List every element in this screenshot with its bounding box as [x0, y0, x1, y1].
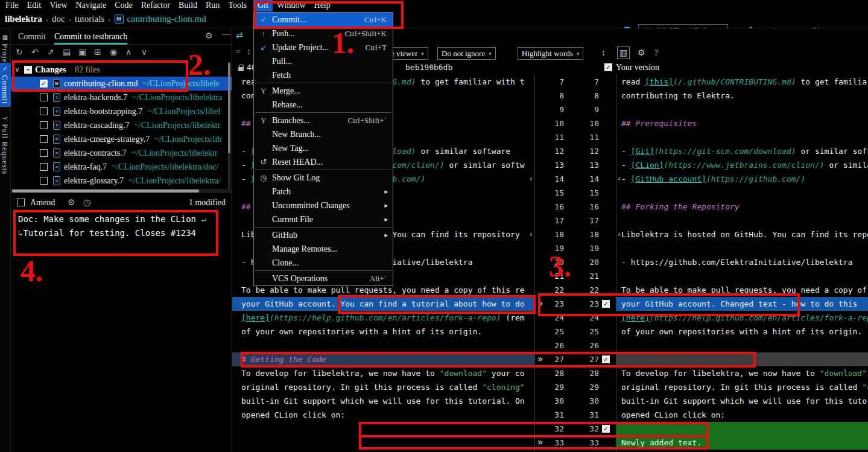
scrollbar-thumb[interactable]: [228, 63, 230, 153]
history-icon[interactable]: ◷: [83, 196, 90, 210]
git-menu-item-uncommitted-changes[interactable]: Uncommitted Changes▸: [254, 199, 393, 212]
right-line-number: 16: [574, 200, 599, 214]
breadcrumb-tutorials[interactable]: tutorials: [75, 14, 104, 24]
changed-file-row[interactable]: ≡elektra-glossary.7~/CLionProjects/libel…: [11, 174, 232, 188]
right-line-number: 15: [574, 186, 599, 200]
fold-icon[interactable]: ∧: [618, 173, 621, 185]
changed-file-row[interactable]: ≡elektra-contracts.7~/CLionProjects/libe…: [11, 146, 232, 160]
amend-checkbox[interactable]: [17, 199, 25, 206]
ignore-policy-dropdown[interactable]: Do not ignore ▾: [437, 47, 496, 60]
git-menu-item-new-branch-[interactable]: New Branch...: [254, 127, 393, 141]
fold-icon[interactable]: ∧: [530, 173, 533, 185]
menu-item-refactor[interactable]: Refactor: [137, 0, 174, 11]
menu-item-label: Reset HEAD...: [272, 158, 323, 167]
git-menu-item-github[interactable]: GitHub▸: [254, 228, 393, 242]
vertical-scrollbar[interactable]: [228, 62, 230, 189]
changes-checkbox[interactable]: –: [24, 66, 32, 74]
changed-file-row[interactable]: ≡elektra-cmerge-strategy.7~/CLionProject…: [11, 132, 232, 146]
menu-item-build[interactable]: Build: [174, 0, 201, 11]
git-menu-item-push-[interactable]: ↑Push...Ctrl+Shift+K: [254, 27, 393, 40]
file-checkbox[interactable]: [40, 107, 48, 115]
commit-toolbar-icon-4[interactable]: ▣: [78, 45, 86, 60]
tab-commit-to-testbranch[interactable]: Commit to testbranch: [54, 30, 127, 45]
tool-tab-commit[interactable]: ✓Commit: [0, 63, 11, 107]
commit-message-editor[interactable]: Doc: Make some changes in the CLion ↵ ↳T…: [18, 212, 228, 240]
diff-toolbar-icon-1[interactable]: ▥: [617, 46, 630, 59]
git-menu-item-clone-[interactable]: Clone...: [254, 256, 393, 270]
breadcrumb-project[interactable]: libelektra: [5, 14, 42, 24]
breadcrumb-doc[interactable]: doc: [52, 14, 65, 24]
chunk-checkbox[interactable]: ✓: [602, 425, 610, 433]
changed-file-row[interactable]: ≡elektra-bootstrapping.7~/CLionProjects/…: [11, 104, 232, 118]
diff-toolbar-icon-2[interactable]: ⚙: [638, 47, 645, 59]
commit-toolbar-icon-5[interactable]: ⊞: [94, 45, 101, 60]
menu-item-tools[interactable]: Tools: [224, 0, 251, 11]
changes-group-row[interactable]: ∨ – Changes 82 files: [11, 63, 232, 77]
scrollbar-thumb[interactable]: [12, 189, 199, 193]
git-menu-item-pull-[interactable]: Pull...: [254, 54, 393, 68]
changed-file-row[interactable]: ≡elektra-backends.7~/CLionProjects/libel…: [11, 91, 232, 104]
breadcrumb-file[interactable]: contributing-clion.md: [127, 14, 206, 24]
highlight-policy-dropdown[interactable]: Highlight words ▾: [518, 47, 583, 60]
menu-item-window[interactable]: Window: [273, 0, 310, 11]
git-menu-item-fetch[interactable]: Fetch: [254, 68, 393, 82]
git-menu-item-commit-[interactable]: ✓Commit...Ctrl+K: [254, 13, 393, 27]
commit-toolbar-icon-6[interactable]: ◉: [110, 45, 117, 60]
git-menu-item-manage-remotes-[interactable]: Manage Remotes...: [254, 242, 393, 256]
file-checkbox[interactable]: [40, 149, 48, 157]
git-menu-item-current-file[interactable]: Current File▸: [254, 212, 393, 226]
changed-file-row[interactable]: ✓Mcontributing-clion.md~/CLionProjects/l…: [11, 77, 232, 91]
gear-icon[interactable]: ⚙: [68, 196, 75, 210]
chunk-checkbox[interactable]: ✓: [602, 300, 610, 308]
menu-item-file[interactable]: File: [1, 0, 23, 11]
diff-toolbar-icon-0[interactable]: ↕: [601, 47, 606, 59]
file-name: elektra-contracts.7: [64, 148, 127, 158]
left-line-number: 7: [539, 75, 564, 89]
git-menu-item-rebase-[interactable]: Rebase...: [254, 98, 393, 112]
menu-item-edit[interactable]: Edit: [23, 0, 45, 11]
gear-icon[interactable]: ⚙: [205, 31, 213, 41]
menu-item-navigate[interactable]: Navigate: [72, 0, 111, 11]
left-line-number: 12: [539, 144, 564, 158]
fold-icon[interactable]: ∧: [530, 228, 533, 240]
modified-count[interactable]: 1 modified: [189, 196, 226, 210]
file-checkbox[interactable]: [40, 177, 48, 185]
menu-item-run[interactable]: Run: [201, 0, 224, 11]
commit-toolbar-icon-2[interactable]: ⇗: [47, 45, 54, 60]
minimize-icon[interactable]: —: [222, 30, 230, 39]
menu-item-help[interactable]: Help: [310, 0, 335, 11]
git-menu-item-update-project-[interactable]: ↙Update Project...Ctrl+T: [254, 40, 393, 54]
menu-item-code[interactable]: Code: [110, 0, 137, 11]
changed-file-row[interactable]: ≡elektra-cascading.7~/CLionProjects/libe…: [11, 118, 232, 132]
fold-icon[interactable]: ∧: [618, 228, 621, 240]
chunk-checkbox[interactable]: ✓: [602, 355, 610, 363]
git-menu-item-new-tag-[interactable]: New Tag...: [254, 141, 393, 155]
git-menu-item-show-git-log[interactable]: ◷Show Git Log: [254, 171, 393, 185]
tab-commit[interactable]: Commit: [18, 30, 46, 45]
commit-toolbar-icon-8[interactable]: ∨: [141, 45, 147, 60]
git-menu-item-patch[interactable]: Patch▸: [254, 185, 393, 199]
file-checkbox[interactable]: [40, 121, 48, 129]
git-menu-item-reset-head-[interactable]: ↺Reset HEAD...: [254, 155, 393, 169]
file-checkbox[interactable]: [40, 163, 48, 171]
commit-toolbar-icon-3[interactable]: ▤: [63, 45, 71, 60]
file-checkbox[interactable]: [40, 135, 48, 143]
tool-tab-pull-requests[interactable]: YPull Requests: [0, 114, 11, 177]
menu-item-view[interactable]: View: [45, 0, 71, 11]
diff-toolbar-icon-3[interactable]: ?: [654, 47, 658, 59]
commit-toolbar-icon-1[interactable]: ↶: [31, 45, 39, 60]
diff-pane-right[interactable]: read [this](/.github/CONTRIBUTING.md) to…: [616, 75, 868, 452]
git-menu-item-vcs-operations[interactable]: VCS OperationsAlt+`: [254, 272, 393, 285]
git-menu-item-branches-[interactable]: YBranches...Ctrl+Shift+`: [254, 113, 393, 127]
your-version-checkbox[interactable]: ✓: [604, 63, 612, 71]
commit-toolbar-icon-0[interactable]: ↻: [16, 45, 23, 60]
file-checkbox[interactable]: [40, 94, 48, 101]
git-menu-item-merge-[interactable]: YMerge...: [254, 84, 393, 98]
menu-item-git[interactable]: Git: [253, 0, 273, 11]
chevron-down-icon[interactable]: ∨: [14, 63, 20, 77]
file-checkbox[interactable]: ✓: [40, 80, 48, 88]
commit-toolbar-icon-7[interactable]: ∧: [125, 45, 131, 60]
horizontal-scrollbar[interactable]: [11, 189, 232, 193]
compare-icon[interactable]: ⇄: [236, 30, 243, 40]
changed-file-row[interactable]: ≡elektra-faq.7~/CLionProjects/libelektra…: [11, 160, 232, 174]
